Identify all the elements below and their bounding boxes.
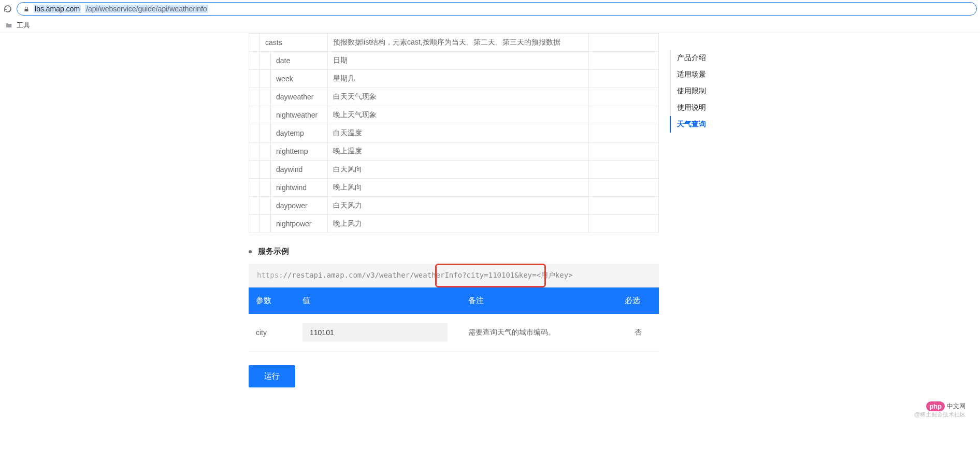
api-field: nightpower	[271, 215, 328, 233]
api-desc: 晚上温度	[328, 142, 589, 161]
api-field: daypower	[271, 197, 328, 215]
anchor-item[interactable]: 适用场景	[670, 66, 732, 83]
api-field: nightwind	[271, 179, 328, 197]
api-desc: 日期	[328, 52, 589, 70]
api-row: nightwind晚上风向	[249, 179, 659, 197]
api-desc: 晚上天气现象	[328, 106, 589, 124]
php-badge: php	[926, 401, 945, 411]
anchor-item[interactable]: 天气查询	[670, 116, 732, 133]
reload-icon[interactable]	[3, 4, 12, 13]
api-desc: 预报数据list结构，元素cast,按顺序为当天、第二天、第三天的预报数据	[328, 34, 589, 52]
api-field: nightweather	[271, 106, 328, 124]
param-table: 参数 值 备注 必选 city需要查询天气的城市编码。否	[249, 287, 659, 352]
bookmarks-bar: 工具	[0, 18, 980, 33]
api-row: date日期	[249, 52, 659, 70]
url-bar[interactable]: lbs.amap.com/api/webservice/guide/api/we…	[17, 2, 977, 16]
api-response-table: casts预报数据list结构，元素cast,按顺序为当天、第二天、第三天的预报…	[249, 33, 659, 233]
col-value: 值	[295, 287, 461, 314]
juejin-watermark: @稀土掘金技术社区	[914, 411, 965, 419]
api-row: nighttemp晚上温度	[249, 142, 659, 161]
run-button[interactable]: 运行	[249, 365, 295, 387]
api-desc: 白天风向	[328, 161, 589, 179]
api-field: daywind	[271, 161, 328, 179]
api-desc: 晚上风向	[328, 179, 589, 197]
api-row: week星期几	[249, 70, 659, 88]
php-label: 中文网	[947, 402, 965, 411]
api-row: daytemp白天温度	[249, 124, 659, 142]
example-url-block: https://restapi.amap.com/v3/weather/weat…	[249, 264, 659, 287]
browser-toolbar: lbs.amap.com/api/webservice/guide/api/we…	[0, 0, 980, 18]
param-value-input[interactable]	[302, 323, 448, 342]
bookmark-folder[interactable]: 工具	[17, 21, 30, 30]
php-watermark: php 中文网	[926, 401, 965, 411]
lock-icon	[23, 6, 30, 12]
folder-icon	[4, 22, 13, 29]
bullet-icon	[249, 250, 252, 253]
api-desc: 白天天气现象	[328, 88, 589, 106]
api-field: nighttemp	[271, 142, 328, 161]
param-remark: 需要查询天气的城市编码。	[461, 314, 617, 352]
anchor-item[interactable]: 产品介绍	[670, 50, 732, 66]
col-param: 参数	[249, 287, 295, 314]
api-row: nightpower晚上风力	[249, 215, 659, 233]
url-path: /api/webservice/guide/api/weatherinfo	[85, 5, 208, 13]
api-desc: 白天风力	[328, 197, 589, 215]
api-row: daywind白天风向	[249, 161, 659, 179]
param-table-header-row: 参数 值 备注 必选	[249, 287, 659, 314]
api-desc: 晚上风力	[328, 215, 589, 233]
api-desc: 白天温度	[328, 124, 589, 142]
api-field: daytemp	[271, 124, 328, 142]
api-row: daypower白天风力	[249, 197, 659, 215]
example-url-scheme: https:	[257, 271, 283, 279]
api-field: dayweather	[271, 88, 328, 106]
api-row: nightweather晚上天气现象	[249, 106, 659, 124]
example-heading: 服务示例	[249, 247, 659, 256]
api-desc: 星期几	[328, 70, 589, 88]
col-required: 必选	[617, 287, 659, 314]
example-title: 服务示例	[258, 247, 289, 256]
param-row: city需要查询天气的城市编码。否	[249, 314, 659, 352]
param-required: 否	[617, 314, 659, 352]
api-row: casts预报数据list结构，元素cast,按顺序为当天、第二天、第三天的预报…	[249, 34, 659, 52]
anchor-menu: 产品介绍适用场景使用限制使用说明天气查询	[670, 50, 732, 133]
anchor-item[interactable]: 使用说明	[670, 99, 732, 116]
col-remark: 备注	[461, 287, 617, 314]
param-name: city	[249, 314, 295, 352]
api-field: week	[271, 70, 328, 88]
api-field: casts	[260, 34, 328, 52]
example-url-rest: //restapi.amap.com/v3/weather/weatherInf…	[283, 271, 573, 279]
anchor-item[interactable]: 使用限制	[670, 83, 732, 99]
url-host: lbs.amap.com	[34, 5, 81, 13]
api-field: date	[271, 52, 328, 70]
api-row: dayweather白天天气现象	[249, 88, 659, 106]
